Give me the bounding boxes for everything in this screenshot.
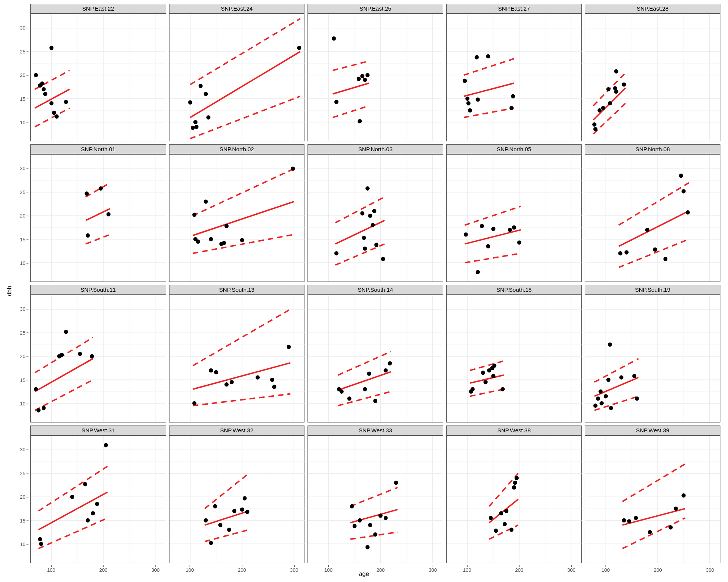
data-point xyxy=(593,404,598,408)
data-point xyxy=(209,237,213,241)
fit-line xyxy=(193,363,290,389)
data-point xyxy=(224,224,229,228)
ci-upper-line xyxy=(86,183,110,197)
data-point xyxy=(206,115,210,119)
data-point xyxy=(256,375,260,380)
data-point xyxy=(511,94,515,99)
plot-panel xyxy=(308,435,443,563)
data-point xyxy=(463,79,467,83)
data-point xyxy=(332,36,336,41)
data-point xyxy=(614,89,618,94)
data-point xyxy=(64,100,68,104)
plot-panel xyxy=(308,295,443,422)
data-point xyxy=(606,378,610,382)
x-tick-label: 200 xyxy=(515,567,523,573)
x-tick-label: 100 xyxy=(602,567,610,573)
facet-strip-label: SNP.North.01 xyxy=(30,144,166,154)
plot-panel xyxy=(446,154,582,282)
data-point xyxy=(49,101,53,105)
data-point xyxy=(218,523,222,527)
data-point xyxy=(334,251,339,255)
data-point xyxy=(645,228,650,232)
data-point xyxy=(107,212,111,216)
fit-line xyxy=(336,221,385,244)
fit-line xyxy=(333,83,369,94)
data-point xyxy=(682,493,686,498)
y-tick-label: 30 xyxy=(13,306,25,312)
data-point xyxy=(648,530,652,534)
data-point xyxy=(634,516,638,520)
y-tick-label: 25 xyxy=(13,189,25,195)
data-point xyxy=(363,247,367,251)
facet-strip-label: SNP.East.27 xyxy=(446,4,582,14)
data-point xyxy=(517,240,521,244)
ci-upper-line xyxy=(333,61,369,70)
fit-line xyxy=(35,359,93,392)
x-tick-label: 100 xyxy=(186,567,194,573)
y-tick-label: 20 xyxy=(13,354,25,359)
ci-upper-line xyxy=(336,197,385,223)
data-point xyxy=(481,371,485,375)
y-axis-label: dbh xyxy=(6,286,13,296)
y-tick-label: 10 xyxy=(13,541,25,547)
data-point xyxy=(686,210,690,214)
plot-panel xyxy=(30,154,166,282)
data-point xyxy=(620,375,624,380)
y-tick-label: 15 xyxy=(13,518,25,523)
facet-panel: SNP.South.111015202530 xyxy=(30,285,166,422)
facet-strip-label: SNP.North.05 xyxy=(446,144,582,154)
data-point xyxy=(486,244,490,248)
facet-panel: SNP.South.18 xyxy=(446,285,582,422)
data-point xyxy=(622,82,626,86)
data-point xyxy=(39,542,43,546)
facet-strip-label: SNP.South.19 xyxy=(585,285,720,295)
data-point xyxy=(596,396,600,401)
fit-line xyxy=(464,83,514,96)
facet-strip-label: SNP.East.24 xyxy=(169,4,305,14)
y-tick-label: 25 xyxy=(13,470,25,476)
data-point xyxy=(598,108,602,113)
data-point xyxy=(40,81,44,86)
data-point xyxy=(99,186,103,191)
y-tick-label: 25 xyxy=(13,330,25,335)
y-tick-label: 30 xyxy=(13,166,25,171)
facet-panel: SNP.West.33100200300 xyxy=(308,426,443,563)
data-point xyxy=(601,106,606,110)
data-point xyxy=(513,480,517,485)
facet-panel: SNP.East.27 xyxy=(446,4,582,141)
data-point xyxy=(384,368,388,372)
data-point xyxy=(367,372,371,376)
data-point xyxy=(509,528,513,532)
fit-line xyxy=(193,202,294,235)
data-point xyxy=(227,528,231,532)
data-point xyxy=(384,516,388,520)
data-point xyxy=(500,387,505,391)
data-point xyxy=(494,529,498,533)
facet-strip-label: SNP.East.25 xyxy=(308,4,443,14)
fit-line xyxy=(489,499,518,523)
data-point xyxy=(52,111,56,115)
y-tick-label: 20 xyxy=(13,494,25,500)
facet-scatter-chart: dbh age SNP.East.221015202530SNP.East.24… xyxy=(4,4,724,578)
data-point xyxy=(192,401,196,405)
data-point xyxy=(214,370,218,374)
ci-lower-line xyxy=(193,235,294,253)
ci-lower-line xyxy=(619,239,689,267)
ci-lower-line xyxy=(35,108,70,127)
data-point xyxy=(194,125,198,129)
data-point xyxy=(192,213,196,217)
data-point xyxy=(679,174,683,178)
data-point xyxy=(491,374,495,378)
facet-strip-label: SNP.North.08 xyxy=(585,144,720,154)
fit-line xyxy=(465,230,521,244)
ci-lower-line xyxy=(336,244,385,265)
data-point xyxy=(608,101,612,105)
plot-panel xyxy=(30,295,166,422)
data-point xyxy=(632,374,637,378)
data-point xyxy=(480,224,484,228)
facet-grid: SNP.East.221015202530SNP.East.24SNP.East… xyxy=(30,4,720,563)
data-point xyxy=(193,120,198,124)
facet-panel: SNP.East.24 xyxy=(169,4,305,141)
data-point xyxy=(475,55,479,59)
ci-upper-line xyxy=(489,473,518,506)
